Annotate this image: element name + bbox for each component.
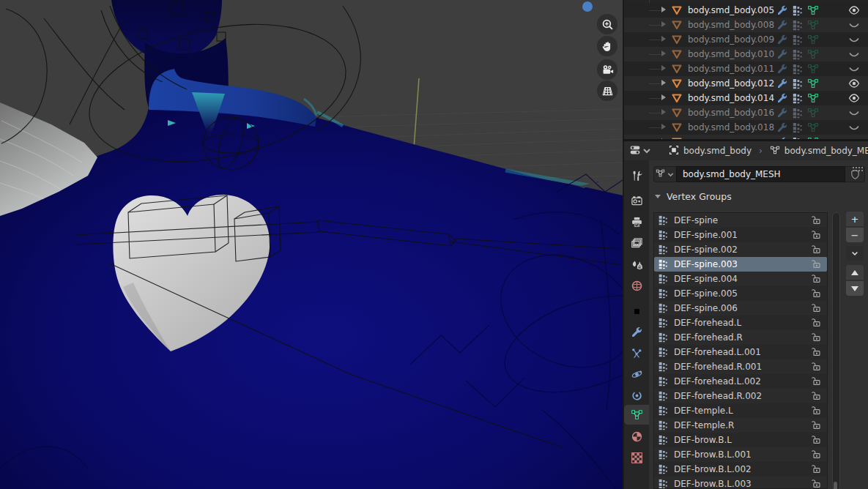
lock-open-icon[interactable] — [811, 229, 823, 241]
eye-closed-icon[interactable] — [848, 122, 861, 133]
modifier-wrench-icon[interactable] — [776, 122, 788, 133]
vertex-group-specials-button[interactable] — [846, 246, 864, 261]
vertex-group-icon[interactable] — [792, 78, 804, 89]
lock-open-icon[interactable] — [811, 405, 823, 417]
vertex-group-icon[interactable] — [792, 48, 804, 60]
tab-texture[interactable] — [626, 448, 648, 468]
3d-viewport[interactable] — [0, 0, 623, 489]
lock-open-icon[interactable] — [811, 434, 823, 446]
pan-gizmo[interactable] — [597, 36, 617, 56]
eye-closed-icon[interactable] — [848, 63, 861, 75]
vertex-group-icon[interactable] — [792, 19, 804, 31]
vertex-group-row[interactable]: DEF-spine — [654, 213, 827, 228]
lock-open-icon[interactable] — [811, 302, 823, 314]
vertex-group-row[interactable]: DEF-brow.B.L.002 — [654, 462, 827, 477]
datablock-menu-button[interactable] — [653, 166, 676, 182]
lock-open-icon[interactable] — [811, 463, 823, 475]
tab-view-layer[interactable] — [626, 234, 648, 253]
lock-open-icon[interactable] — [811, 478, 823, 489]
lock-open-icon[interactable] — [811, 258, 823, 270]
expand-arrow-icon[interactable] — [661, 7, 666, 12]
outliner-row[interactable]: body.smd_body.009 — [624, 32, 868, 47]
expand-arrow-icon[interactable] — [661, 65, 666, 71]
vertex-group-row[interactable]: DEF-spine.006 — [654, 301, 827, 316]
lock-open-icon[interactable] — [811, 376, 823, 387]
mesh-data-icon[interactable] — [807, 122, 819, 133]
mesh-data-icon[interactable] — [807, 4, 819, 16]
tab-tool[interactable] — [626, 166, 648, 186]
lock-open-icon[interactable] — [811, 346, 823, 358]
vertex-group-row[interactable]: DEF-forehead.R.002 — [654, 389, 827, 403]
lock-open-icon[interactable] — [811, 244, 823, 255]
vertex-groups-panel-header[interactable]: Vertex Groups — [649, 188, 868, 204]
eye-icon[interactable] — [848, 78, 861, 89]
vertex-group-row[interactable]: DEF-spine.005 — [654, 286, 827, 301]
expand-arrow-icon[interactable] — [661, 36, 666, 42]
vertex-group-icon[interactable] — [792, 122, 804, 133]
lock-open-icon[interactable] — [811, 273, 823, 285]
vertex-group-row[interactable]: DEF-brow.B.L.003 — [654, 477, 827, 489]
tab-material[interactable] — [626, 427, 648, 447]
vertex-groups-list[interactable]: DEF-spine DEF-spine.001 DEF-spine.002 DE… — [653, 212, 828, 489]
modifier-wrench-icon[interactable] — [776, 19, 788, 31]
add-vertex-group-button[interactable]: + — [846, 212, 864, 226]
eye-icon[interactable] — [848, 4, 861, 16]
vertex-group-row[interactable]: DEF-forehead.L — [654, 316, 827, 330]
lock-open-icon[interactable] — [811, 317, 823, 329]
outliner[interactable]: body.smd_body.005 body.smd_body.008 body — [624, 0, 868, 139]
lock-open-icon[interactable] — [811, 449, 823, 460]
tab-physics[interactable] — [626, 365, 648, 384]
move-group-down-button[interactable] — [846, 281, 864, 296]
lock-open-icon[interactable] — [811, 332, 823, 343]
modifier-wrench-icon[interactable] — [776, 63, 788, 75]
vertex-group-row[interactable]: DEF-temple.L — [654, 403, 827, 418]
vertex-group-icon[interactable] — [792, 4, 804, 16]
mesh-data-icon[interactable] — [807, 48, 819, 60]
navigation-axis-dot[interactable] — [582, 1, 593, 12]
outliner-row[interactable]: body.smd_body.005 — [624, 3, 868, 18]
outliner-row[interactable]: body.smd_body.011 — [624, 61, 868, 76]
tab-world[interactable] — [626, 276, 648, 296]
modifier-wrench-icon[interactable] — [776, 78, 788, 89]
lock-open-icon[interactable] — [811, 288, 823, 299]
list-scrollbar[interactable] — [832, 212, 840, 489]
mesh-data-icon[interactable] — [807, 107, 819, 119]
mesh-data-icon[interactable] — [807, 19, 819, 31]
mesh-data-icon[interactable] — [807, 34, 819, 45]
camera-view-gizmo[interactable] — [597, 59, 617, 80]
vertex-group-icon[interactable] — [792, 34, 804, 45]
vertex-group-row[interactable]: DEF-spine.003 — [654, 257, 827, 272]
expand-arrow-icon[interactable] — [661, 94, 666, 100]
vertex-group-icon[interactable] — [792, 63, 804, 75]
vertex-group-row[interactable]: DEF-forehead.L.002 — [654, 374, 827, 389]
vertex-group-row[interactable]: DEF-brow.B.L — [654, 433, 827, 447]
outliner-row[interactable]: body.smd_body.012 — [624, 76, 868, 91]
outliner-row[interactable]: body.smd_body.008 — [624, 18, 868, 32]
remove-vertex-group-button[interactable]: − — [846, 228, 864, 242]
panel-drag-handle-icon[interactable] — [852, 166, 864, 172]
mesh-data-icon[interactable] — [807, 63, 819, 75]
perspective-gizmo[interactable] — [597, 81, 617, 101]
expand-arrow-icon[interactable] — [661, 51, 666, 56]
datablock-name-field[interactable]: body.smd_body_MESH — [676, 166, 845, 182]
lock-open-icon[interactable] — [811, 214, 823, 226]
expand-arrow-icon[interactable] — [661, 124, 666, 130]
lock-open-icon[interactable] — [811, 361, 823, 373]
vertex-group-row[interactable]: DEF-temple.R — [654, 418, 827, 433]
eye-closed-icon[interactable] — [848, 48, 861, 60]
vertex-group-row[interactable]: DEF-forehead.R — [654, 330, 827, 345]
tab-scene[interactable] — [626, 255, 648, 275]
expand-arrow-icon[interactable] — [661, 21, 666, 27]
lock-open-icon[interactable] — [811, 390, 823, 402]
expand-arrow-icon[interactable] — [661, 80, 666, 86]
vertex-group-row[interactable]: DEF-brow.B.L.001 — [654, 447, 827, 462]
scrollbar-thumb[interactable] — [834, 482, 837, 489]
modifier-wrench-icon[interactable] — [776, 34, 788, 45]
breadcrumb-object[interactable]: body.smd_body — [683, 146, 752, 156]
vertex-group-icon[interactable] — [792, 92, 804, 104]
modifier-wrench-icon[interactable] — [776, 4, 788, 16]
eye-closed-icon[interactable] — [848, 107, 861, 119]
vertex-group-row[interactable]: DEF-spine.001 — [654, 228, 827, 242]
modifier-wrench-icon[interactable] — [776, 107, 788, 119]
vertex-group-icon[interactable] — [792, 107, 804, 119]
